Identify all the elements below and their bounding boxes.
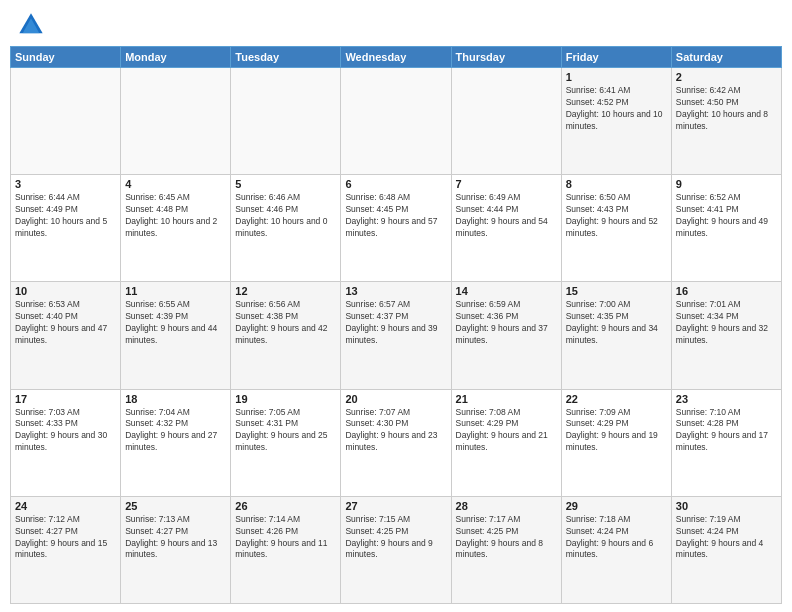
day-info: Sunrise: 7:10 AM Sunset: 4:28 PM Dayligh…	[676, 407, 777, 455]
day-cell: 7Sunrise: 6:49 AM Sunset: 4:44 PM Daylig…	[451, 175, 561, 282]
day-header-thursday: Thursday	[451, 47, 561, 68]
day-cell: 10Sunrise: 6:53 AM Sunset: 4:40 PM Dayli…	[11, 282, 121, 389]
day-info: Sunrise: 7:19 AM Sunset: 4:24 PM Dayligh…	[676, 514, 777, 562]
day-number: 1	[566, 71, 667, 83]
day-cell: 22Sunrise: 7:09 AM Sunset: 4:29 PM Dayli…	[561, 389, 671, 496]
day-cell: 2Sunrise: 6:42 AM Sunset: 4:50 PM Daylig…	[671, 68, 781, 175]
day-info: Sunrise: 7:07 AM Sunset: 4:30 PM Dayligh…	[345, 407, 446, 455]
day-info: Sunrise: 7:03 AM Sunset: 4:33 PM Dayligh…	[15, 407, 116, 455]
day-info: Sunrise: 7:13 AM Sunset: 4:27 PM Dayligh…	[125, 514, 226, 562]
week-row-5: 24Sunrise: 7:12 AM Sunset: 4:27 PM Dayli…	[11, 496, 782, 603]
day-number: 27	[345, 500, 446, 512]
calendar: SundayMondayTuesdayWednesdayThursdayFrid…	[0, 46, 792, 612]
day-info: Sunrise: 6:45 AM Sunset: 4:48 PM Dayligh…	[125, 192, 226, 240]
day-info: Sunrise: 7:17 AM Sunset: 4:25 PM Dayligh…	[456, 514, 557, 562]
day-cell: 16Sunrise: 7:01 AM Sunset: 4:34 PM Dayli…	[671, 282, 781, 389]
day-cell	[451, 68, 561, 175]
day-number: 7	[456, 178, 557, 190]
day-number: 11	[125, 285, 226, 297]
day-cell: 15Sunrise: 7:00 AM Sunset: 4:35 PM Dayli…	[561, 282, 671, 389]
day-number: 10	[15, 285, 116, 297]
day-cell: 25Sunrise: 7:13 AM Sunset: 4:27 PM Dayli…	[121, 496, 231, 603]
day-number: 17	[15, 393, 116, 405]
day-cell: 20Sunrise: 7:07 AM Sunset: 4:30 PM Dayli…	[341, 389, 451, 496]
day-info: Sunrise: 6:44 AM Sunset: 4:49 PM Dayligh…	[15, 192, 116, 240]
week-row-3: 10Sunrise: 6:53 AM Sunset: 4:40 PM Dayli…	[11, 282, 782, 389]
week-row-1: 1Sunrise: 6:41 AM Sunset: 4:52 PM Daylig…	[11, 68, 782, 175]
day-info: Sunrise: 6:49 AM Sunset: 4:44 PM Dayligh…	[456, 192, 557, 240]
day-cell: 18Sunrise: 7:04 AM Sunset: 4:32 PM Dayli…	[121, 389, 231, 496]
day-cell	[341, 68, 451, 175]
day-header-tuesday: Tuesday	[231, 47, 341, 68]
day-header-wednesday: Wednesday	[341, 47, 451, 68]
day-cell: 13Sunrise: 6:57 AM Sunset: 4:37 PM Dayli…	[341, 282, 451, 389]
day-cell: 28Sunrise: 7:17 AM Sunset: 4:25 PM Dayli…	[451, 496, 561, 603]
week-row-2: 3Sunrise: 6:44 AM Sunset: 4:49 PM Daylig…	[11, 175, 782, 282]
day-cell: 8Sunrise: 6:50 AM Sunset: 4:43 PM Daylig…	[561, 175, 671, 282]
calendar-table: SundayMondayTuesdayWednesdayThursdayFrid…	[10, 46, 782, 604]
day-cell	[11, 68, 121, 175]
day-info: Sunrise: 6:53 AM Sunset: 4:40 PM Dayligh…	[15, 299, 116, 347]
day-number: 30	[676, 500, 777, 512]
day-info: Sunrise: 7:01 AM Sunset: 4:34 PM Dayligh…	[676, 299, 777, 347]
day-cell: 29Sunrise: 7:18 AM Sunset: 4:24 PM Dayli…	[561, 496, 671, 603]
day-info: Sunrise: 7:09 AM Sunset: 4:29 PM Dayligh…	[566, 407, 667, 455]
day-info: Sunrise: 6:55 AM Sunset: 4:39 PM Dayligh…	[125, 299, 226, 347]
day-cell: 17Sunrise: 7:03 AM Sunset: 4:33 PM Dayli…	[11, 389, 121, 496]
day-cell: 5Sunrise: 6:46 AM Sunset: 4:46 PM Daylig…	[231, 175, 341, 282]
day-info: Sunrise: 6:56 AM Sunset: 4:38 PM Dayligh…	[235, 299, 336, 347]
day-info: Sunrise: 7:12 AM Sunset: 4:27 PM Dayligh…	[15, 514, 116, 562]
logo	[16, 10, 50, 40]
day-number: 8	[566, 178, 667, 190]
day-number: 9	[676, 178, 777, 190]
header	[0, 0, 792, 46]
day-cell: 19Sunrise: 7:05 AM Sunset: 4:31 PM Dayli…	[231, 389, 341, 496]
day-header-monday: Monday	[121, 47, 231, 68]
day-header-sunday: Sunday	[11, 47, 121, 68]
day-cell: 27Sunrise: 7:15 AM Sunset: 4:25 PM Dayli…	[341, 496, 451, 603]
day-number: 15	[566, 285, 667, 297]
day-cell: 30Sunrise: 7:19 AM Sunset: 4:24 PM Dayli…	[671, 496, 781, 603]
day-number: 25	[125, 500, 226, 512]
day-number: 23	[676, 393, 777, 405]
day-number: 13	[345, 285, 446, 297]
day-cell: 21Sunrise: 7:08 AM Sunset: 4:29 PM Dayli…	[451, 389, 561, 496]
day-cell: 26Sunrise: 7:14 AM Sunset: 4:26 PM Dayli…	[231, 496, 341, 603]
day-cell: 23Sunrise: 7:10 AM Sunset: 4:28 PM Dayli…	[671, 389, 781, 496]
day-number: 18	[125, 393, 226, 405]
day-info: Sunrise: 6:42 AM Sunset: 4:50 PM Dayligh…	[676, 85, 777, 133]
day-info: Sunrise: 6:46 AM Sunset: 4:46 PM Dayligh…	[235, 192, 336, 240]
day-info: Sunrise: 6:48 AM Sunset: 4:45 PM Dayligh…	[345, 192, 446, 240]
logo-icon	[16, 10, 46, 40]
day-number: 4	[125, 178, 226, 190]
day-info: Sunrise: 6:52 AM Sunset: 4:41 PM Dayligh…	[676, 192, 777, 240]
day-cell	[231, 68, 341, 175]
day-cell: 6Sunrise: 6:48 AM Sunset: 4:45 PM Daylig…	[341, 175, 451, 282]
day-number: 24	[15, 500, 116, 512]
day-info: Sunrise: 7:04 AM Sunset: 4:32 PM Dayligh…	[125, 407, 226, 455]
day-number: 2	[676, 71, 777, 83]
day-number: 28	[456, 500, 557, 512]
day-number: 21	[456, 393, 557, 405]
day-number: 16	[676, 285, 777, 297]
day-cell: 11Sunrise: 6:55 AM Sunset: 4:39 PM Dayli…	[121, 282, 231, 389]
day-info: Sunrise: 6:41 AM Sunset: 4:52 PM Dayligh…	[566, 85, 667, 133]
week-row-4: 17Sunrise: 7:03 AM Sunset: 4:33 PM Dayli…	[11, 389, 782, 496]
day-cell: 3Sunrise: 6:44 AM Sunset: 4:49 PM Daylig…	[11, 175, 121, 282]
day-number: 5	[235, 178, 336, 190]
day-cell	[121, 68, 231, 175]
day-number: 14	[456, 285, 557, 297]
day-info: Sunrise: 6:59 AM Sunset: 4:36 PM Dayligh…	[456, 299, 557, 347]
day-number: 3	[15, 178, 116, 190]
day-header-row: SundayMondayTuesdayWednesdayThursdayFrid…	[11, 47, 782, 68]
day-info: Sunrise: 6:50 AM Sunset: 4:43 PM Dayligh…	[566, 192, 667, 240]
day-number: 26	[235, 500, 336, 512]
day-number: 22	[566, 393, 667, 405]
day-info: Sunrise: 7:00 AM Sunset: 4:35 PM Dayligh…	[566, 299, 667, 347]
day-cell: 4Sunrise: 6:45 AM Sunset: 4:48 PM Daylig…	[121, 175, 231, 282]
page: SundayMondayTuesdayWednesdayThursdayFrid…	[0, 0, 792, 612]
day-number: 29	[566, 500, 667, 512]
day-info: Sunrise: 7:18 AM Sunset: 4:24 PM Dayligh…	[566, 514, 667, 562]
day-info: Sunrise: 7:08 AM Sunset: 4:29 PM Dayligh…	[456, 407, 557, 455]
day-number: 20	[345, 393, 446, 405]
